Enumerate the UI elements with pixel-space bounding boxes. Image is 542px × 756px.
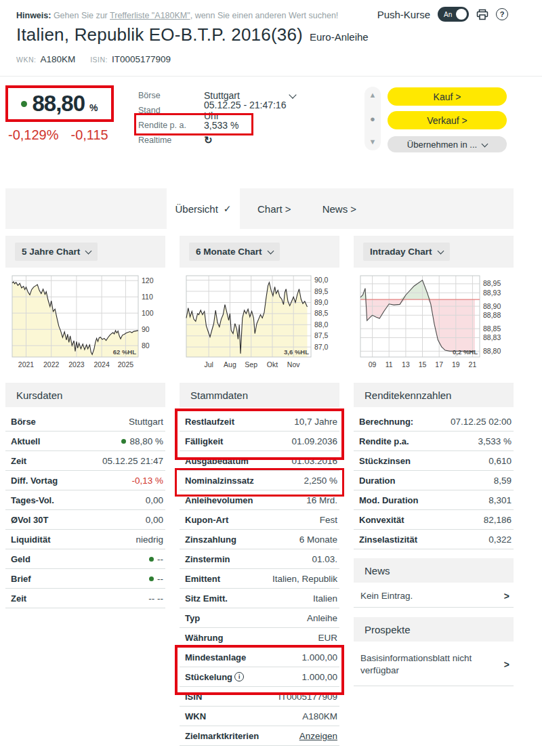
row-value-text: Fest	[320, 515, 337, 525]
row-label: Typ	[185, 613, 200, 623]
row-value-text: Stuttgart	[129, 417, 163, 427]
toggle-knob	[456, 9, 467, 20]
tab-chart[interactable]: Chart >	[257, 203, 291, 215]
row-value-text: Italien, Republik	[272, 574, 337, 584]
intraday-chart-dropdown[interactable]: Intraday Chart	[363, 243, 450, 261]
svg-text:88,5: 88,5	[314, 309, 329, 317]
stammdaten-header: Stammdaten	[180, 383, 339, 407]
svg-text:3,6 %HL: 3,6 %HL	[284, 348, 309, 356]
svg-text:2023: 2023	[68, 360, 85, 369]
check-icon: ✓	[224, 203, 232, 214]
table-row: Diff. Vortag-0,13 %	[5, 471, 165, 490]
uebernehmen-button[interactable]: Übernehmen in ...	[388, 136, 507, 152]
row-value: 2,250 %	[304, 476, 337, 486]
chevron-down-icon[interactable]	[289, 91, 296, 98]
row-label: Tages-Vol.	[11, 495, 54, 505]
news-header: News	[354, 558, 514, 583]
row-value: 8,59	[494, 476, 512, 486]
tab-news[interactable]: News >	[322, 203, 356, 215]
svg-text:21: 21	[469, 360, 477, 369]
status-dot-icon	[121, 439, 126, 444]
row-value: niedrig	[136, 534, 163, 545]
info-icon[interactable]: i	[234, 672, 244, 681]
row-value: 16 Mrd.	[306, 495, 337, 505]
prospekte-item-row[interactable]: Basisinformationsblatt nicht verfügbar >	[354, 644, 514, 686]
bond-detail-page: Hinweis: Gehen Sie zur Trefferliste "A18…	[0, 0, 542, 756]
print-icon[interactable]	[476, 9, 488, 20]
row-label: Sitz Emitt.	[185, 593, 228, 604]
row-label: Anleihevolumen	[185, 495, 253, 505]
row-value: 8,301	[488, 495, 512, 505]
tab-uebersicht[interactable]: Übersicht ✓	[167, 188, 240, 229]
row-value-text: A180KM	[302, 711, 337, 721]
svg-text:80: 80	[142, 341, 150, 350]
svg-text:Aug: Aug	[224, 360, 236, 369]
kursdaten-header: Kursdaten	[5, 383, 165, 407]
six-month-chart-dropdown[interactable]: 6 Monate Chart	[189, 243, 280, 261]
svg-text:Jul: Jul	[204, 360, 213, 369]
row-value-text: niedrig	[136, 534, 163, 545]
help-icon[interactable]: ?	[496, 8, 508, 20]
svg-text:0,2 %HL: 0,2 %HL	[453, 348, 478, 356]
svg-text:2024: 2024	[93, 360, 110, 369]
row-value-text: EUR	[318, 633, 337, 643]
row-value: 10,7 Jahre	[294, 417, 337, 427]
svg-text:88,83: 88,83	[483, 333, 501, 341]
rendite-label: Rendite p. a.	[138, 121, 204, 130]
rendite-value: 3,533 %	[204, 120, 238, 131]
row-value: --	[149, 574, 163, 584]
row-value: 88,80 %	[121, 436, 163, 446]
svg-text:Okt: Okt	[267, 360, 278, 369]
realtime-refresh-icon[interactable]: ↻	[204, 134, 213, 146]
table-row: WährungEUR	[180, 628, 339, 648]
table-row: TypAnleihe	[180, 608, 339, 628]
row-value-text: 1.000,00	[301, 652, 337, 663]
table-row: Tages-Vol.0,00	[5, 490, 165, 510]
row-value-text: --	[157, 554, 163, 564]
change-absolute: -0,115	[71, 127, 108, 143]
intraday-chart-dropdown-label: Intraday Chart	[370, 247, 432, 257]
table-row: Brief--	[5, 569, 165, 589]
row-label: Berechnung:	[359, 417, 413, 427]
table-row: Fälligkeit01.09.2036	[180, 432, 339, 451]
table-row: Mod. Duration8,301	[354, 490, 514, 510]
arrow-down-icon: ▼	[369, 138, 377, 146]
trefferliste-link[interactable]: Trefferliste "A180KM"	[110, 11, 190, 20]
table-row: ISINIT0005177909	[180, 687, 339, 707]
row-value: 01.03.	[312, 554, 337, 564]
table-row: Rendite p.a.3,533 %	[354, 432, 514, 451]
tab-bar: Übersicht ✓ Chart > News >	[5, 188, 514, 229]
push-kurse-toggle[interactable]: An	[438, 7, 469, 22]
kauf-button[interactable]: Kauf >	[388, 87, 507, 106]
row-label: Restlaufzeit	[185, 417, 234, 427]
verkauf-button[interactable]: Verkauf >	[388, 111, 507, 129]
six-month-chart-header: 6 Monate Chart	[180, 236, 339, 268]
row-value: 0,00	[146, 515, 163, 525]
intraday-chart-header: Intraday Chart	[354, 236, 514, 268]
arrow-up-icon: ▲	[369, 91, 377, 99]
table-row: Zinselastizität0,322	[354, 530, 514, 549]
news-item-label: Kein Eintrag.	[360, 591, 413, 601]
table-row: Berechnung:07.12.25 02:00	[354, 412, 514, 432]
table-row: Nominalzinssatz2,250 %	[180, 471, 339, 490]
table-row: Geld--	[5, 549, 165, 569]
svg-text:17: 17	[435, 360, 443, 369]
table-row: Zinszahlung6 Monate	[180, 530, 339, 549]
row-label: Währung	[185, 633, 223, 643]
row-label: Brief	[11, 574, 31, 584]
svg-text:88,85: 88,85	[483, 324, 501, 333]
row-value-text: IT0005177909	[278, 692, 337, 702]
row-link[interactable]: Anzeigen	[299, 731, 337, 741]
five-year-chart-dropdown[interactable]: 5 Jahre Chart	[15, 243, 98, 261]
prospekte-item-label: Basisinformationsblatt nicht verfügbar	[360, 652, 484, 677]
svg-text:88,93: 88,93	[483, 289, 501, 297]
status-dot-icon	[149, 557, 154, 562]
instrument-ids: WKN: A180KM ISIN: IT0005177909	[16, 54, 182, 64]
svg-text:100: 100	[142, 309, 154, 317]
row-value: 1.000,00	[301, 652, 337, 663]
news-item-row[interactable]: Kein Eintrag. >	[354, 585, 514, 608]
hinweis-label: Hinweis:	[16, 11, 51, 20]
chevron-right-icon: >	[350, 203, 356, 215]
uebernehmen-label: Übernehmen in ...	[407, 140, 477, 150]
table-row: Zeit-- --	[5, 589, 165, 608]
